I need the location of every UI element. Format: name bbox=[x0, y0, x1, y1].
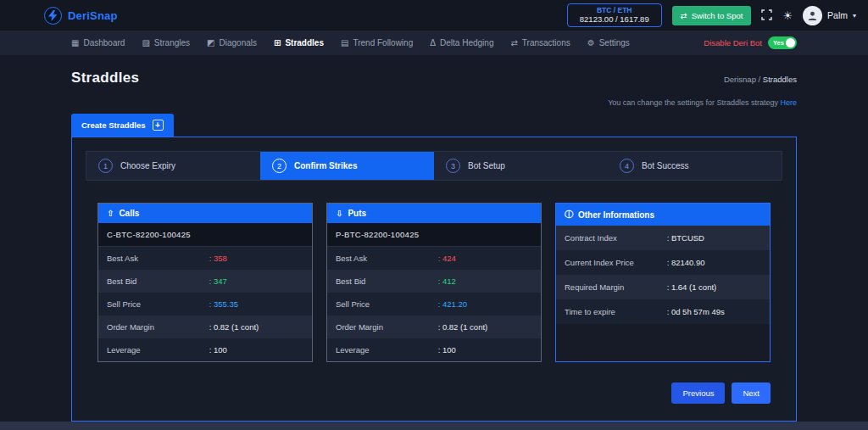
delta-hedging-icon: Δ bbox=[430, 38, 436, 47]
row-value: : BTCUSD bbox=[667, 233, 704, 243]
breadcrumb-separator: / bbox=[759, 75, 761, 84]
step-confirm-strikes[interactable]: 2 Confirm Strikes bbox=[260, 152, 434, 180]
puts-symbol: P-BTC-82200-100425 bbox=[327, 223, 541, 247]
row-value: : 347 bbox=[209, 276, 227, 286]
calls-symbol: C-BTC-82200-100425 bbox=[98, 223, 312, 247]
settings-note: You can change the settings for Straddle… bbox=[71, 98, 797, 107]
user-name: Palm bbox=[827, 10, 848, 20]
table-row: Best Ask : 424 bbox=[327, 247, 541, 270]
nav-item-transactions[interactable]: ⇄ Transactions bbox=[510, 38, 570, 47]
row-label: Best Bid bbox=[336, 276, 438, 286]
row-value: : 82140.90 bbox=[667, 258, 705, 267]
row-value: : 100 bbox=[438, 345, 456, 355]
nav-label: Dashboard bbox=[83, 38, 125, 47]
nav-label: Strangles bbox=[154, 38, 190, 47]
theme-sun-icon[interactable]: ☀ bbox=[782, 10, 793, 21]
step-label: Bot Setup bbox=[468, 161, 505, 170]
transactions-icon: ⇄ bbox=[510, 38, 517, 47]
previous-button[interactable]: Previous bbox=[671, 383, 725, 404]
switch-to-spot-label: Switch to Spot bbox=[692, 11, 743, 20]
table-row: Order Margin : 0.82 (1 cont) bbox=[98, 316, 312, 338]
step-bot-setup[interactable]: 3 Bot Setup bbox=[434, 152, 608, 180]
switch-to-spot-button[interactable]: ⇄ Switch to Spot bbox=[672, 6, 752, 25]
breadcrumb-parent[interactable]: Derisnap bbox=[724, 75, 756, 84]
fullscreen-icon[interactable] bbox=[761, 9, 772, 22]
panel-filler bbox=[556, 324, 770, 361]
info-icon: ⓘ bbox=[565, 209, 573, 221]
table-row: Best Ask : 358 bbox=[98, 247, 312, 270]
table-row: Order Margin : 0.82 (1 cont) bbox=[327, 316, 541, 338]
arrow-down-icon: ⇩ bbox=[336, 209, 342, 218]
step-choose-expiry[interactable]: 1 Choose Expiry bbox=[86, 152, 260, 180]
step-label: Confirm Strikes bbox=[294, 161, 357, 170]
nav-item-strangles[interactable]: ▨ Strangles bbox=[142, 38, 190, 47]
breadcrumb-current: Straddles bbox=[763, 75, 797, 84]
avatar bbox=[803, 6, 822, 25]
footer-bar bbox=[0, 422, 868, 430]
row-value: : 424 bbox=[438, 254, 456, 263]
other-informations-panel: ⓘ Other Informations Contract Index : BT… bbox=[555, 203, 771, 362]
nav-item-trend-following[interactable]: ▤ Trend Following bbox=[341, 38, 413, 47]
table-row: Time to expire : 0d 5h 57m 49s bbox=[556, 299, 770, 324]
nav-item-straddles[interactable]: ⊞ Straddles bbox=[274, 38, 324, 47]
calls-panel: ⇧ Calls C-BTC-82200-100425 Best Ask : 35… bbox=[97, 203, 313, 362]
create-straddles-label: Create Straddles bbox=[81, 120, 146, 130]
straddles-icon: ⊞ bbox=[274, 38, 281, 47]
straddles-card: 1 Choose Expiry 2 Confirm Strikes 3 Bot … bbox=[71, 137, 797, 422]
nav-item-dashboard[interactable]: ▦ Dashboard bbox=[71, 38, 125, 47]
row-label: Order Margin bbox=[107, 322, 209, 332]
nav-item-settings[interactable]: ⚙ Settings bbox=[587, 38, 630, 47]
table-row: Required Margin : 1.64 (1 cont) bbox=[556, 275, 770, 299]
puts-panel-header: ⇩ Puts bbox=[327, 204, 541, 223]
row-label: Best Bid bbox=[107, 276, 209, 286]
nav-item-delta-hedging[interactable]: Δ Delta Hedging bbox=[430, 38, 493, 47]
row-value: : 0.82 (1 cont) bbox=[209, 322, 259, 332]
step-number: 2 bbox=[272, 159, 287, 173]
step-number: 4 bbox=[620, 159, 634, 173]
row-label: Sell Price bbox=[107, 299, 209, 309]
row-label: Contract Index bbox=[565, 233, 667, 243]
row-value: : 358 bbox=[209, 254, 227, 263]
row-label: Required Margin bbox=[565, 282, 667, 292]
row-label: Best Ask bbox=[336, 254, 438, 263]
row-label: Best Ask bbox=[107, 254, 209, 263]
price-ticker: BTC / ETH 82123.00 / 1617.89 bbox=[567, 3, 662, 28]
nav-label: Diagonals bbox=[220, 38, 257, 47]
nav-label: Straddles bbox=[285, 38, 324, 47]
settings-here-link[interactable]: Here bbox=[780, 98, 797, 107]
row-label: Leverage bbox=[336, 345, 438, 355]
deri-bot-toggle[interactable]: Yes bbox=[768, 36, 797, 49]
swap-icon: ⇄ bbox=[681, 11, 687, 20]
settings-gear-icon: ⚙ bbox=[587, 38, 595, 47]
page-content: Straddles Derisnap / Straddles You can c… bbox=[0, 70, 868, 422]
step-label: Choose Expiry bbox=[120, 161, 175, 170]
brand[interactable]: DeriSnap bbox=[44, 7, 118, 25]
info-panel-header: ⓘ Other Informations bbox=[556, 204, 770, 226]
toggle-knob bbox=[786, 38, 795, 47]
row-value: : 421.20 bbox=[438, 299, 467, 309]
stepper: 1 Choose Expiry 2 Confirm Strikes 3 Bot … bbox=[86, 151, 782, 181]
table-row: Best Bid : 347 bbox=[98, 270, 312, 293]
plus-icon: + bbox=[153, 120, 164, 131]
row-value: : 1.64 (1 cont) bbox=[667, 282, 717, 292]
row-label: Sell Price bbox=[336, 299, 438, 309]
table-row: Leverage : 100 bbox=[98, 338, 312, 361]
table-row: Current Index Price : 82140.90 bbox=[556, 250, 770, 275]
disable-deri-bot-label: Disable Deri Bot bbox=[704, 38, 762, 47]
step-bot-success[interactable]: 4 Bot Success bbox=[608, 152, 782, 180]
toggle-yes-label: Yes bbox=[773, 39, 784, 47]
nav-item-diagonals[interactable]: ◩ Diagonals bbox=[207, 38, 257, 47]
user-menu[interactable]: Palm ▾ bbox=[803, 6, 856, 25]
step-number: 1 bbox=[98, 159, 113, 173]
step-label: Bot Success bbox=[642, 161, 689, 170]
top-bar: DeriSnap BTC / ETH 82123.00 / 1617.89 ⇄ … bbox=[0, 0, 868, 31]
strangles-icon: ▨ bbox=[142, 38, 149, 47]
breadcrumb: Derisnap / Straddles bbox=[724, 75, 797, 84]
next-button[interactable]: Next bbox=[732, 383, 771, 404]
step-number: 3 bbox=[446, 159, 460, 173]
create-straddles-tab[interactable]: Create Straddles + bbox=[71, 114, 174, 137]
main-nav: ▦ Dashboard ▨ Strangles ◩ Diagonals ⊞ St… bbox=[0, 31, 868, 56]
row-label: Current Index Price bbox=[565, 258, 667, 267]
arrow-up-icon: ⇧ bbox=[107, 209, 114, 218]
calls-panel-header: ⇧ Calls bbox=[98, 204, 312, 223]
